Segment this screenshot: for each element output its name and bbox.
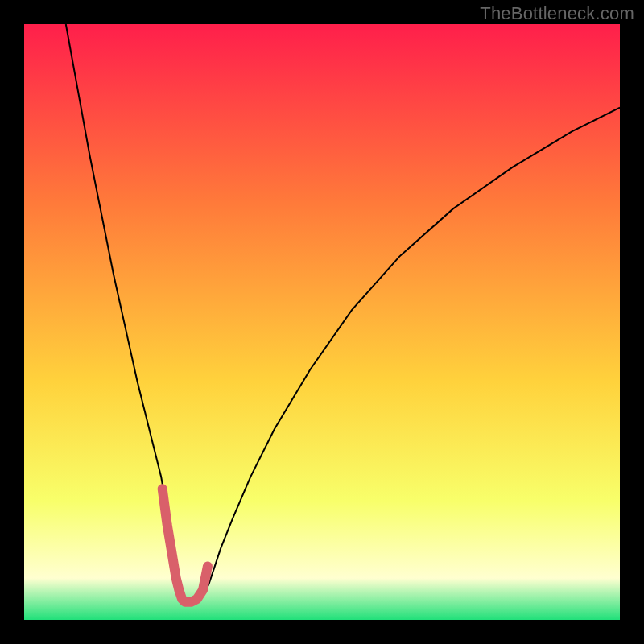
bottleneck-chart bbox=[24, 24, 620, 620]
chart-container: TheBottleneck.com bbox=[0, 0, 644, 644]
chart-background-gradient bbox=[24, 24, 620, 620]
watermark-text: TheBottleneck.com bbox=[480, 3, 634, 24]
